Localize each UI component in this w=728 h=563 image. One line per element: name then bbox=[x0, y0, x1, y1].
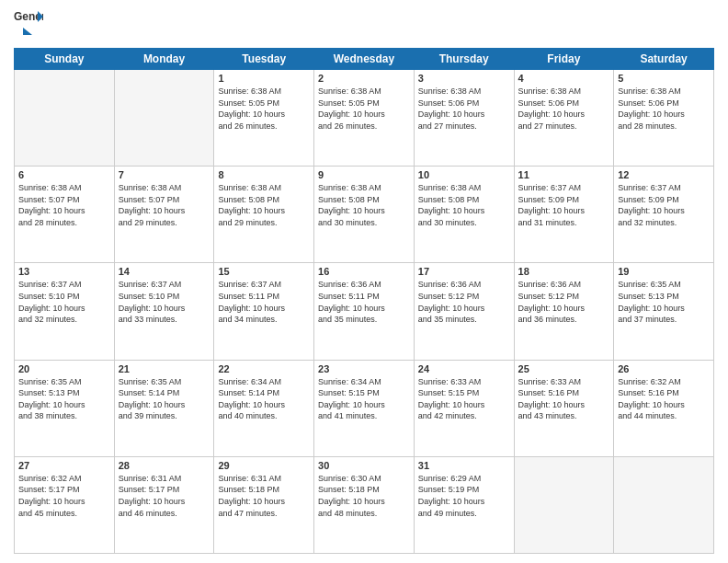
day-number: 5 bbox=[618, 73, 710, 84]
day-number: 20 bbox=[18, 363, 110, 374]
day-number: 26 bbox=[618, 363, 710, 374]
weekday-header: Thursday bbox=[414, 49, 514, 70]
calendar-cell: 18Sunrise: 6:36 AM Sunset: 5:12 PM Dayli… bbox=[514, 263, 614, 360]
day-detail: Sunrise: 6:38 AM Sunset: 5:08 PM Dayligh… bbox=[418, 182, 510, 228]
day-detail: Sunrise: 6:37 AM Sunset: 5:10 PM Dayligh… bbox=[18, 279, 110, 325]
calendar-week-row: 1Sunrise: 6:38 AM Sunset: 5:05 PM Daylig… bbox=[15, 70, 714, 167]
calendar-cell bbox=[514, 456, 614, 553]
svg-marker-2 bbox=[23, 28, 32, 35]
day-detail: Sunrise: 6:38 AM Sunset: 5:06 PM Dayligh… bbox=[418, 86, 510, 132]
calendar-cell: 25Sunrise: 6:33 AM Sunset: 5:16 PM Dayli… bbox=[514, 360, 614, 456]
day-number: 4 bbox=[518, 73, 610, 84]
day-number: 3 bbox=[418, 73, 510, 84]
calendar-cell bbox=[614, 456, 714, 553]
day-number: 11 bbox=[518, 169, 610, 180]
day-detail: Sunrise: 6:35 AM Sunset: 5:13 PM Dayligh… bbox=[18, 376, 110, 422]
calendar-header-row: SundayMondayTuesdayWednesdayThursdayFrid… bbox=[15, 49, 714, 70]
day-number: 17 bbox=[418, 266, 510, 277]
calendar-cell: 9Sunrise: 6:38 AM Sunset: 5:08 PM Daylig… bbox=[314, 167, 415, 263]
day-number: 29 bbox=[218, 460, 310, 471]
day-detail: Sunrise: 6:38 AM Sunset: 5:07 PM Dayligh… bbox=[18, 182, 110, 228]
calendar-cell: 19Sunrise: 6:35 AM Sunset: 5:13 PM Dayli… bbox=[614, 263, 714, 360]
day-detail: Sunrise: 6:36 AM Sunset: 5:12 PM Dayligh… bbox=[518, 279, 610, 325]
logo-bird-icon bbox=[14, 26, 32, 44]
day-detail: Sunrise: 6:38 AM Sunset: 5:07 PM Dayligh… bbox=[119, 182, 210, 228]
calendar-cell: 17Sunrise: 6:36 AM Sunset: 5:12 PM Dayli… bbox=[414, 263, 514, 360]
day-number: 13 bbox=[18, 266, 110, 277]
day-detail: Sunrise: 6:38 AM Sunset: 5:05 PM Dayligh… bbox=[218, 86, 310, 132]
day-number: 25 bbox=[518, 363, 610, 374]
calendar-cell: 7Sunrise: 6:38 AM Sunset: 5:07 PM Daylig… bbox=[114, 167, 214, 263]
day-number: 7 bbox=[119, 169, 210, 180]
calendar-cell: 23Sunrise: 6:34 AM Sunset: 5:15 PM Dayli… bbox=[314, 360, 415, 456]
weekday-header: Monday bbox=[114, 49, 214, 70]
calendar-cell: 10Sunrise: 6:38 AM Sunset: 5:08 PM Dayli… bbox=[414, 167, 514, 263]
day-number: 12 bbox=[618, 169, 710, 180]
day-detail: Sunrise: 6:29 AM Sunset: 5:19 PM Dayligh… bbox=[418, 473, 510, 519]
day-number: 27 bbox=[18, 460, 110, 471]
weekday-header: Sunday bbox=[15, 49, 115, 70]
calendar-cell bbox=[15, 70, 115, 167]
day-detail: Sunrise: 6:38 AM Sunset: 5:06 PM Dayligh… bbox=[518, 86, 610, 132]
calendar-week-row: 6Sunrise: 6:38 AM Sunset: 5:07 PM Daylig… bbox=[15, 167, 714, 263]
day-number: 2 bbox=[318, 73, 410, 84]
calendar-cell: 28Sunrise: 6:31 AM Sunset: 5:17 PM Dayli… bbox=[114, 456, 214, 553]
day-number: 24 bbox=[418, 363, 510, 374]
day-detail: Sunrise: 6:34 AM Sunset: 5:15 PM Dayligh… bbox=[318, 376, 410, 422]
day-detail: Sunrise: 6:35 AM Sunset: 5:13 PM Dayligh… bbox=[618, 279, 710, 325]
day-number: 9 bbox=[318, 169, 410, 180]
day-number: 8 bbox=[218, 169, 310, 180]
day-detail: Sunrise: 6:38 AM Sunset: 5:08 PM Dayligh… bbox=[318, 182, 410, 228]
day-detail: Sunrise: 6:36 AM Sunset: 5:12 PM Dayligh… bbox=[418, 279, 510, 325]
header: General bbox=[14, 9, 714, 40]
calendar-cell: 16Sunrise: 6:36 AM Sunset: 5:11 PM Dayli… bbox=[314, 263, 415, 360]
calendar-cell: 21Sunrise: 6:35 AM Sunset: 5:14 PM Dayli… bbox=[114, 360, 214, 456]
day-number: 6 bbox=[18, 169, 110, 180]
calendar-cell: 5Sunrise: 6:38 AM Sunset: 5:06 PM Daylig… bbox=[614, 70, 714, 167]
calendar-cell bbox=[114, 70, 214, 167]
day-detail: Sunrise: 6:36 AM Sunset: 5:11 PM Dayligh… bbox=[318, 279, 410, 325]
day-number: 19 bbox=[618, 266, 710, 277]
calendar-cell: 31Sunrise: 6:29 AM Sunset: 5:19 PM Dayli… bbox=[414, 456, 514, 553]
day-number: 18 bbox=[518, 266, 610, 277]
calendar-week-row: 20Sunrise: 6:35 AM Sunset: 5:13 PM Dayli… bbox=[15, 360, 714, 456]
weekday-header: Friday bbox=[514, 49, 614, 70]
calendar-cell: 22Sunrise: 6:34 AM Sunset: 5:14 PM Dayli… bbox=[214, 360, 314, 456]
logo: General bbox=[14, 9, 43, 40]
calendar-cell: 11Sunrise: 6:37 AM Sunset: 5:09 PM Dayli… bbox=[514, 167, 614, 263]
calendar-cell: 29Sunrise: 6:31 AM Sunset: 5:18 PM Dayli… bbox=[214, 456, 314, 553]
day-number: 21 bbox=[119, 363, 210, 374]
day-detail: Sunrise: 6:35 AM Sunset: 5:14 PM Dayligh… bbox=[119, 376, 210, 422]
day-detail: Sunrise: 6:38 AM Sunset: 5:05 PM Dayligh… bbox=[318, 86, 410, 132]
calendar-cell: 20Sunrise: 6:35 AM Sunset: 5:13 PM Dayli… bbox=[15, 360, 115, 456]
day-number: 30 bbox=[318, 460, 410, 471]
day-detail: Sunrise: 6:38 AM Sunset: 5:08 PM Dayligh… bbox=[218, 182, 310, 228]
day-detail: Sunrise: 6:37 AM Sunset: 5:11 PM Dayligh… bbox=[218, 279, 310, 325]
page: General SundayMondayTuesdayWednesdayThur… bbox=[0, 0, 728, 563]
calendar-cell: 14Sunrise: 6:37 AM Sunset: 5:10 PM Dayli… bbox=[114, 263, 214, 360]
weekday-header: Wednesday bbox=[314, 49, 415, 70]
calendar-cell: 1Sunrise: 6:38 AM Sunset: 5:05 PM Daylig… bbox=[214, 70, 314, 167]
day-detail: Sunrise: 6:32 AM Sunset: 5:17 PM Dayligh… bbox=[18, 473, 110, 519]
day-detail: Sunrise: 6:30 AM Sunset: 5:18 PM Dayligh… bbox=[318, 473, 410, 519]
day-detail: Sunrise: 6:32 AM Sunset: 5:16 PM Dayligh… bbox=[618, 376, 710, 422]
calendar-cell: 26Sunrise: 6:32 AM Sunset: 5:16 PM Dayli… bbox=[614, 360, 714, 456]
day-detail: Sunrise: 6:31 AM Sunset: 5:17 PM Dayligh… bbox=[119, 473, 210, 519]
day-number: 31 bbox=[418, 460, 510, 471]
weekday-header: Saturday bbox=[614, 49, 714, 70]
calendar-cell: 24Sunrise: 6:33 AM Sunset: 5:15 PM Dayli… bbox=[414, 360, 514, 456]
day-number: 22 bbox=[218, 363, 310, 374]
calendar-cell: 6Sunrise: 6:38 AM Sunset: 5:07 PM Daylig… bbox=[15, 167, 115, 263]
calendar-cell: 3Sunrise: 6:38 AM Sunset: 5:06 PM Daylig… bbox=[414, 70, 514, 167]
calendar-cell: 13Sunrise: 6:37 AM Sunset: 5:10 PM Dayli… bbox=[15, 263, 115, 360]
logo-icon: General bbox=[14, 9, 43, 26]
calendar-cell: 8Sunrise: 6:38 AM Sunset: 5:08 PM Daylig… bbox=[214, 167, 314, 263]
calendar-cell: 2Sunrise: 6:38 AM Sunset: 5:05 PM Daylig… bbox=[314, 70, 415, 167]
calendar-week-row: 27Sunrise: 6:32 AM Sunset: 5:17 PM Dayli… bbox=[15, 456, 714, 553]
calendar-week-row: 13Sunrise: 6:37 AM Sunset: 5:10 PM Dayli… bbox=[15, 263, 714, 360]
day-number: 23 bbox=[318, 363, 410, 374]
day-number: 14 bbox=[119, 266, 210, 277]
day-number: 10 bbox=[418, 169, 510, 180]
day-detail: Sunrise: 6:33 AM Sunset: 5:16 PM Dayligh… bbox=[518, 376, 610, 422]
day-number: 16 bbox=[318, 266, 410, 277]
